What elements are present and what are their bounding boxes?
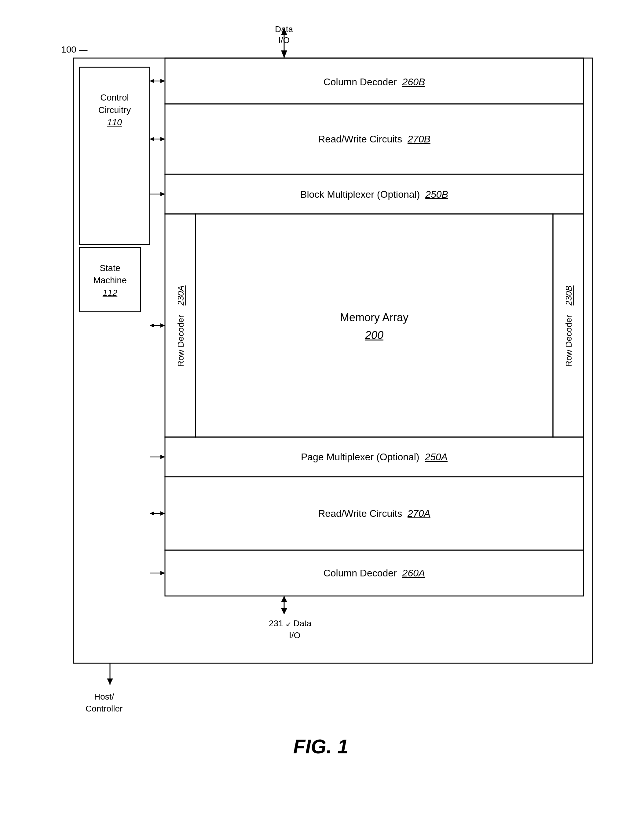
rw-a-label: Read/Write Circuits (318, 508, 402, 519)
fig-label-text: FIG. 1 (293, 735, 348, 758)
ma-label: Memory Array (340, 311, 409, 324)
diagram-container: 100 — Data I/O Control Circuitry 110 Sta… (18, 18, 623, 782)
svg-marker-38 (281, 608, 287, 614)
block-mux-b-block: Block Multiplexer (Optional) 250B (168, 176, 580, 213)
host-controller-label: Host/ Controller (86, 691, 122, 715)
ref-100-text: 100 (61, 44, 76, 54)
cd-b-ref: 260B (402, 76, 425, 88)
svg-marker-18 (150, 79, 154, 83)
rd-a-label: Row Decoder (176, 315, 186, 367)
bm-b-label: Block Multiplexer (Optional) (300, 189, 420, 200)
svg-marker-26 (150, 323, 154, 328)
rw-a-block: Read/Write Circuits 270A (168, 478, 580, 549)
ma-ref: 200 (365, 329, 383, 341)
rw-b-label: Read/Write Circuits (318, 134, 402, 145)
cc-ref: 110 (107, 117, 122, 127)
data-io-bottom-label: Data (293, 619, 311, 628)
row-decoder-a-block: Row Decoder 230A (167, 215, 196, 437)
svg-marker-17 (161, 79, 165, 83)
rw-a-ref: 270A (407, 508, 431, 519)
data-io-bottom-ref: 231 (269, 619, 283, 628)
pm-a-ref: 250A (425, 451, 448, 463)
column-decoder-a-block: Column Decoder 260A (168, 552, 580, 594)
memory-array-block: Memory Array 200 (197, 215, 552, 437)
svg-marker-30 (161, 511, 165, 516)
svg-marker-20 (161, 137, 165, 141)
bm-b-ref: 250B (425, 189, 448, 200)
cd-a-label: Column Decoder (324, 568, 397, 579)
rw-b-block: Read/Write Circuits 270B (168, 105, 580, 173)
data-io-top-line1: Data (275, 24, 293, 35)
row-decoder-b-block: Row Decoder 230B (555, 215, 584, 437)
cc-line1: Control (100, 92, 129, 102)
page-mux-a-block: Page Multiplexer (Optional) 250A (168, 439, 580, 475)
svg-marker-25 (161, 323, 165, 328)
state-machine-box: State Machine 112 (81, 251, 139, 310)
ref-100-label: 100 — (61, 44, 87, 55)
cd-b-label: Column Decoder (324, 76, 397, 88)
svg-marker-40 (107, 678, 113, 685)
svg-marker-21 (150, 137, 154, 141)
rd-b-ref: 230B (564, 285, 573, 305)
sm-line2: Machine (93, 275, 127, 285)
svg-marker-31 (150, 511, 154, 516)
column-decoder-b-block: Column Decoder 260B (168, 60, 580, 103)
data-io-bottom-line2: I/O (289, 630, 300, 640)
svg-marker-33 (161, 571, 165, 575)
sm-ref: 112 (103, 288, 117, 298)
svg-marker-13 (281, 51, 287, 58)
data-io-top-line2: I/O (275, 35, 293, 46)
figure-label: FIG. 1 (293, 735, 348, 758)
rd-b-label: Row Decoder (564, 315, 573, 367)
rw-b-ref: 270B (407, 134, 431, 145)
rd-a-ref: 230A (176, 285, 186, 305)
data-io-bottom: 231 ↙ Data I/O (269, 618, 311, 641)
svg-marker-37 (281, 596, 287, 602)
cc-line2: Circuitry (99, 105, 131, 115)
control-circuitry-box: Control Circuitry 110 (81, 72, 148, 148)
svg-marker-28 (161, 455, 165, 459)
svg-marker-23 (161, 192, 165, 196)
sm-line1: State (100, 263, 120, 273)
cd-a-ref: 260A (402, 568, 425, 579)
hc-line2: Controller (86, 704, 122, 713)
hc-line1: Host/ (94, 692, 114, 701)
pm-a-label: Page Multiplexer (Optional) (301, 451, 420, 463)
data-io-top: Data I/O (275, 24, 293, 46)
